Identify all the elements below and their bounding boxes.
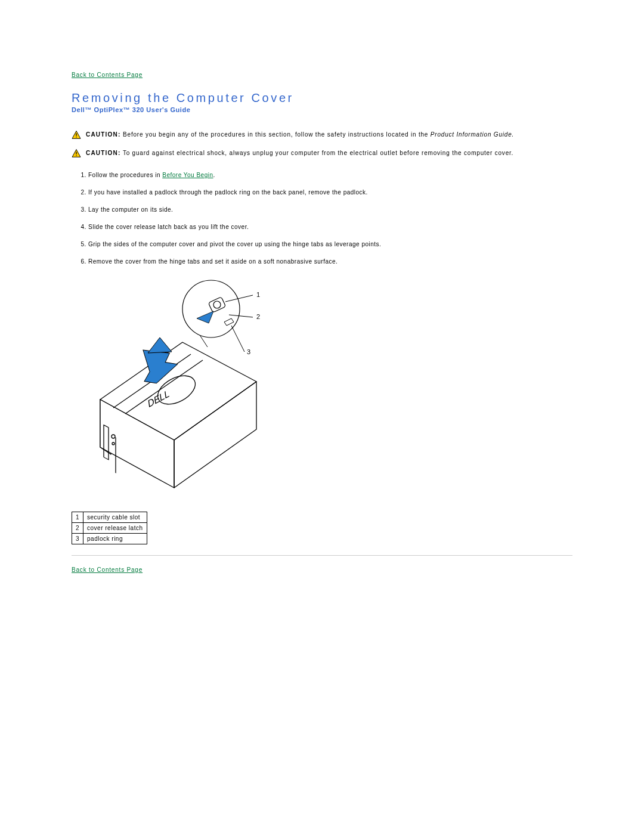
- step-list: Follow the procedures in Before You Begi…: [72, 172, 572, 265]
- svg-line-12: [231, 326, 244, 352]
- svg-rect-5: [76, 155, 76, 156]
- caution-italic: Product Information Guide.: [431, 131, 514, 138]
- cell-text: security cable slot: [83, 512, 147, 523]
- table-row: 3 padlock ring: [72, 534, 147, 544]
- cell-num: 2: [72, 523, 83, 534]
- step-1-text-a: Follow the procedures in: [88, 172, 162, 178]
- callout-1: 1: [256, 291, 261, 298]
- caution-body: To guard against electrical shock, alway…: [120, 150, 513, 156]
- caution-body: Before you begin any of the procedures i…: [120, 131, 430, 138]
- caution-label: CAUTION:: [86, 131, 120, 138]
- step-4: Slide the cover release latch back as yo…: [88, 224, 572, 230]
- cell-text: cover release latch: [83, 523, 147, 534]
- svg-line-10: [225, 295, 253, 302]
- divider: [72, 555, 572, 556]
- page-title: Removing the Computer Cover: [72, 91, 572, 105]
- step-2: If you have installed a padlock through …: [88, 189, 572, 196]
- caution-1: CAUTION: Before you begin any of the pro…: [72, 131, 572, 139]
- cell-text: padlock ring: [83, 534, 147, 544]
- before-you-begin-link[interactable]: Before You Begin: [162, 172, 213, 178]
- cell-num: 3: [72, 534, 83, 544]
- step-5: Grip the sides of the computer cover and…: [88, 241, 572, 247]
- cell-num: 1: [72, 512, 83, 523]
- step-1: Follow the procedures in Before You Begi…: [88, 172, 572, 178]
- step-3: Lay the computer on its side.: [88, 206, 572, 213]
- warning-icon: [72, 149, 81, 157]
- step-1-text-b: .: [213, 172, 215, 178]
- back-to-contents-link-top[interactable]: Back to Contents Page: [72, 72, 143, 78]
- computer-illustration: 1 2 3 DELL: [72, 275, 268, 496]
- svg-line-11: [229, 315, 253, 317]
- callout-3: 3: [247, 348, 251, 355]
- back-to-contents-link-bottom[interactable]: Back to Contents Page: [72, 566, 143, 573]
- caution-1-text: CAUTION: Before you begin any of the pro…: [86, 131, 514, 138]
- svg-rect-2: [76, 137, 76, 137]
- svg-rect-1: [76, 133, 76, 135]
- page-subtitle: Dell™ OptiPlex™ 320 User's Guide: [72, 106, 572, 113]
- step-6: Remove the cover from the hinge tabs and…: [88, 258, 572, 265]
- caution-label: CAUTION:: [86, 150, 120, 156]
- callout-table: 1 security cable slot 2 cover release la…: [72, 512, 147, 544]
- table-row: 2 cover release latch: [72, 523, 147, 534]
- svg-marker-21: [148, 337, 172, 353]
- svg-rect-7: [208, 297, 225, 312]
- callout-2: 2: [256, 313, 261, 320]
- caution-2-text: CAUTION: To guard against electrical sho…: [86, 150, 513, 156]
- warning-icon: [72, 131, 81, 139]
- svg-rect-4: [76, 151, 76, 154]
- figure-cover-removal: 1 2 3 DELL: [72, 275, 572, 497]
- svg-marker-9: [197, 311, 213, 323]
- table-row: 1 security cable slot: [72, 512, 147, 523]
- caution-2: CAUTION: To guard against electrical sho…: [72, 150, 572, 157]
- svg-point-8: [213, 301, 221, 308]
